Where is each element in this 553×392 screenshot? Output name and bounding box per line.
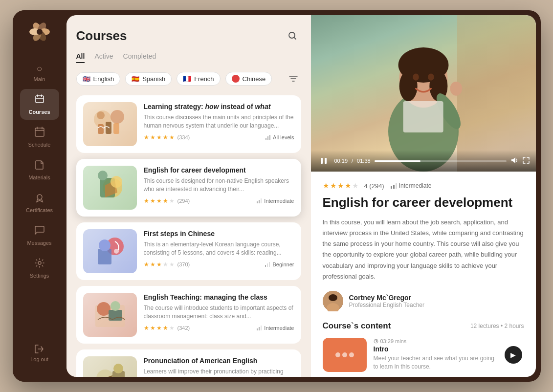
english-flag: 🇬🇧 <box>83 75 90 83</box>
instructor-name: Cortney Mc`Gregor <box>349 294 425 302</box>
svg-point-33 <box>99 240 111 251</box>
svg-rect-67 <box>321 158 323 164</box>
spanish-flag: 🇪🇸 <box>132 75 139 83</box>
detail-rating-row: ★ ★ ★ ★ ★ 4 (294) Intermediate <box>323 181 524 190</box>
svg-point-16 <box>111 110 124 124</box>
courses-header: Courses <box>76 27 301 44</box>
chinese-flag <box>232 75 240 83</box>
logout-button[interactable]: Log out <box>23 339 55 367</box>
course-info-5: Pronunciation of American English Learne… <box>144 356 294 377</box>
courses-panel: Courses All Active Completed 🇬🇧 English <box>66 15 311 377</box>
main-icon: ○ <box>36 63 42 74</box>
svg-point-34 <box>114 249 119 254</box>
svg-rect-28 <box>257 201 258 203</box>
filter-english[interactable]: 🇬🇧 English <box>76 72 121 86</box>
svg-rect-36 <box>267 263 268 267</box>
sidebar-item-messages-label: Messages <box>27 240 51 246</box>
svg-rect-19 <box>113 123 119 134</box>
content-meta: 12 lectures • 2 hours <box>470 323 524 329</box>
play-button-1[interactable]: ▶ <box>505 346 522 364</box>
current-time: 00:19 <box>334 158 348 164</box>
video-controls: 00:19 / 01:38 <box>311 150 536 172</box>
sidebar-item-courses-label: Courses <box>28 109 50 115</box>
course-name-5: Pronunciation of American English <box>144 356 294 365</box>
course-stars-3: ★ ★ ★ ★ ★ (370) <box>144 261 190 268</box>
sidebar-item-settings-label: Settings <box>30 273 49 279</box>
settings-icon <box>34 258 45 271</box>
progress-bar[interactable] <box>375 160 507 162</box>
svg-rect-40 <box>109 310 122 321</box>
sidebar-item-certificates-label: Certificates <box>26 207 53 213</box>
sidebar-item-messages[interactable]: Messages <box>20 220 59 251</box>
content-title: Course`s content <box>323 321 391 331</box>
course-card-5[interactable]: Pronunciation of American English Learne… <box>76 349 301 377</box>
course-card-3[interactable]: First steps in Chinese This is an elemen… <box>76 222 301 280</box>
svg-rect-17 <box>98 124 104 134</box>
course-info-4: English Teaching: managing the class The… <box>144 293 294 337</box>
svg-rect-30 <box>261 198 262 203</box>
sidebar-item-main[interactable]: ○ Main <box>20 58 59 87</box>
app-logo <box>28 20 51 44</box>
filter-chinese[interactable]: Chinese <box>225 72 272 86</box>
svg-point-10 <box>38 261 41 264</box>
lecture-thumb-1 <box>323 338 367 372</box>
svg-rect-43 <box>259 327 260 330</box>
svg-point-47 <box>113 364 123 373</box>
course-card-4[interactable]: English Teaching: managing the class The… <box>76 286 301 344</box>
fullscreen-button[interactable] <box>522 156 530 166</box>
pause-button[interactable] <box>317 154 331 168</box>
sidebar-item-courses[interactable]: Courses <box>20 89 59 120</box>
course-card-1[interactable]: Learning strategy: how instead of what T… <box>76 95 301 153</box>
lecture-desc-1: Meet your teacher and see what you are g… <box>374 354 498 371</box>
course-meta-1: ★ ★ ★ ★ ★ (334) All levels <box>144 134 294 141</box>
detail-title: English for career development <box>323 195 524 210</box>
svg-point-6 <box>37 29 43 35</box>
filter-french-label: French <box>194 75 214 83</box>
lecture-card-1[interactable]: 03:29 mins Intro Meet your teacher and s… <box>323 338 524 372</box>
sidebar-bottom: Log out <box>23 339 55 367</box>
courses-icon <box>34 94 45 107</box>
volume-button[interactable] <box>510 156 518 166</box>
sidebar-nav: ○ Main Courses <box>20 58 59 339</box>
course-info-2: English for career development This cour… <box>144 166 294 210</box>
svg-rect-23 <box>269 135 270 140</box>
instructor-row: Cortney Mc`Gregor Professional English T… <box>323 291 524 311</box>
filter-chinese-label: Chinese <box>243 75 266 83</box>
detail-rating-num: 4 (294) <box>364 182 384 190</box>
filter-spanish[interactable]: 🇪🇸 Spanish <box>125 72 172 86</box>
tab-all[interactable]: All <box>76 52 85 63</box>
filter-spanish-label: Spanish <box>142 75 165 83</box>
french-flag: 🇫🇷 <box>183 75 191 83</box>
rating-count-3: (370) <box>177 261 190 267</box>
course-desc-4: The course will introduce students to im… <box>144 304 294 321</box>
svg-point-27 <box>111 176 122 188</box>
tab-completed[interactable]: Completed <box>123 52 156 63</box>
svg-rect-35 <box>265 265 266 267</box>
sidebar-item-materials[interactable]: Materials <box>20 154 59 185</box>
svg-point-76 <box>335 352 340 357</box>
course-meta-4: ★ ★ ★ ★ ★ (342) Intermediate <box>144 325 294 331</box>
app-container: ○ Main Courses <box>13 10 541 382</box>
svg-point-78 <box>349 352 354 357</box>
search-button[interactable] <box>284 27 301 44</box>
detail-level: Intermediate <box>390 182 432 189</box>
svg-point-64 <box>428 73 434 80</box>
level-badge-3: Beginner <box>265 261 294 267</box>
svg-rect-71 <box>396 183 397 189</box>
sidebar-item-schedule[interactable]: Schedule <box>20 122 59 152</box>
level-badge-4: Intermediate <box>256 325 294 331</box>
sidebar-item-settings[interactable]: Settings <box>20 253 59 283</box>
course-thumbnail-3 <box>83 229 137 273</box>
detail-body: ★ ★ ★ ★ ★ 4 (294) Intermediate English f… <box>311 172 536 377</box>
tab-active[interactable]: Active <box>94 52 113 63</box>
course-card-2[interactable]: English for career development This cour… <box>76 159 301 217</box>
svg-rect-7 <box>36 96 44 103</box>
sidebar-item-certificates[interactable]: Certificates <box>20 187 59 218</box>
tab-bar: All Active Completed <box>76 52 301 63</box>
svg-point-39 <box>97 302 111 316</box>
materials-icon <box>34 159 45 173</box>
rating-count-4: (342) <box>177 325 190 331</box>
filter-french[interactable]: 🇫🇷 French <box>177 72 220 86</box>
filter-options-button[interactable] <box>286 71 301 87</box>
progress-fill <box>375 160 420 162</box>
